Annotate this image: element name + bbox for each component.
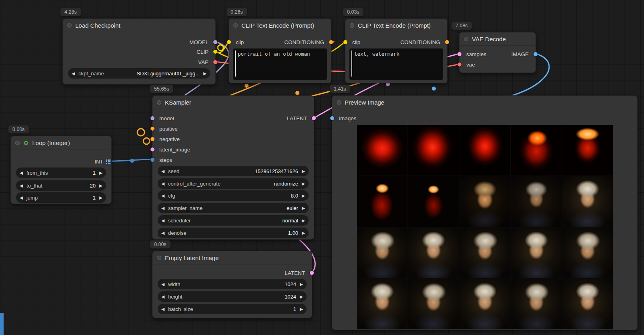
node-clip-text-encode-negative[interactable]: 0.03s CLIP Text Encode (Prompt) clip CON… (345, 18, 447, 83)
left-arrow-icon[interactable]: ◀ (20, 184, 23, 188)
output-slot-latent[interactable]: LATENT (287, 115, 314, 121)
widget-batch-size[interactable]: ◀ batch_size 1 ▶ (158, 304, 307, 314)
widget-denoise[interactable]: ◀ denoise 1.00 ▶ (158, 228, 309, 238)
left-arrow-icon[interactable]: ◀ (161, 194, 165, 198)
positive-input-dot[interactable] (150, 127, 154, 131)
node-empty-latent-image[interactable]: 0.00s Empty Latent Image LATENT ◀ width … (152, 251, 312, 318)
right-arrow-icon[interactable]: ▶ (99, 184, 102, 188)
image-output-dot[interactable] (534, 52, 538, 56)
prompt-textarea[interactable]: portrait of an old woman (233, 48, 327, 80)
collapse-dot-icon[interactable] (233, 23, 238, 28)
model-output-dot[interactable] (213, 40, 217, 44)
input-slot-steps[interactable]: steps (152, 157, 172, 163)
collapse-dot-icon[interactable] (350, 23, 354, 28)
widget-from-this[interactable]: ◀ from_this 1 ▶ (16, 168, 106, 178)
right-arrow-icon[interactable]: ▶ (300, 307, 303, 311)
clip-output-dot[interactable] (213, 50, 217, 54)
output-slot-clip[interactable]: CLIP (197, 48, 215, 55)
node-preview-image[interactable]: 1.41s Preview Image images (332, 95, 638, 330)
right-arrow-icon[interactable]: ▶ (302, 182, 305, 186)
input-slot-model[interactable]: model (152, 115, 174, 121)
node-header[interactable]: Empty Latent Image (152, 251, 312, 264)
negative-input-dot[interactable] (150, 137, 154, 141)
node-header[interactable]: ♻ Loop (Integer) (11, 136, 111, 149)
latent-output-dot[interactable] (310, 271, 314, 275)
collapse-dot-icon[interactable] (157, 100, 161, 105)
model-input-dot[interactable] (150, 116, 154, 120)
collapse-dot-icon[interactable] (67, 23, 72, 28)
vae-input-dot[interactable] (457, 63, 461, 67)
input-slot-latent-image[interactable]: latent_image (152, 146, 190, 153)
node-header[interactable]: KSampler (152, 96, 314, 109)
right-arrow-icon[interactable]: ▶ (203, 71, 207, 76)
widget-control-after-generate[interactable]: ◀ control_after_generate randomize ▶ (158, 178, 309, 189)
right-arrow-icon[interactable]: ▶ (302, 218, 305, 223)
node-header[interactable]: Load Checkpoint (63, 19, 215, 32)
output-slot-vae[interactable]: VAE (198, 59, 215, 65)
right-arrow-icon[interactable]: ▶ (300, 295, 303, 299)
conditioning-output-dot[interactable] (445, 40, 449, 44)
right-arrow-icon[interactable]: ▶ (99, 196, 102, 200)
output-slot-conditioning[interactable]: CONDITIONING (284, 39, 331, 45)
node-header[interactable]: Preview Image (332, 96, 637, 109)
samples-input-dot[interactable] (457, 52, 461, 56)
input-slot-vae[interactable]: vae (459, 61, 475, 68)
input-slot-positive[interactable]: positive (152, 125, 178, 132)
widget-scheduler[interactable]: ◀ scheduler normal ▶ (158, 215, 309, 226)
output-slot-image[interactable]: IMAGE (511, 51, 536, 57)
collapse-dot-icon[interactable] (464, 37, 468, 41)
right-arrow-icon[interactable]: ▶ (302, 231, 305, 235)
node-ksampler[interactable]: 55.65s KSampler model positive negative … (152, 95, 314, 240)
right-arrow-icon[interactable]: ▶ (302, 194, 305, 198)
right-arrow-icon[interactable]: ▶ (300, 282, 303, 287)
clip-input-dot[interactable] (227, 40, 231, 44)
input-slot-images[interactable]: images (332, 115, 357, 121)
widget-cfg[interactable]: ◀ cfg 8.0 ▶ (158, 190, 309, 201)
widget-width[interactable]: ◀ width 1024 ▶ (158, 279, 307, 289)
node-canvas[interactable]: { "icons": {"left_arrow":"◀","right_arro… (0, 0, 644, 335)
collapse-dot-icon[interactable] (15, 141, 20, 145)
input-slot-clip[interactable]: clip (229, 39, 244, 45)
widget-jump[interactable]: ◀ jump 1 ▶ (16, 192, 106, 203)
output-slot-latent[interactable]: LATENT (285, 270, 312, 276)
node-header[interactable]: CLIP Text Encode (Prompt) (345, 19, 447, 32)
left-arrow-icon[interactable]: ◀ (161, 231, 165, 235)
left-arrow-icon[interactable]: ◀ (161, 282, 165, 287)
input-slot-clip[interactable]: clip (345, 39, 360, 45)
left-arrow-icon[interactable]: ◀ (161, 206, 165, 210)
conditioning-output-dot[interactable] (329, 40, 333, 44)
widget-ckpt-name[interactable]: ◀ ckpt_name SDXL/juggernautXL_jugg... ▶ (68, 68, 210, 79)
latent-image-input-dot[interactable] (150, 147, 154, 151)
node-header[interactable]: VAE Decode (459, 32, 536, 46)
prompt-textarea[interactable]: text, watermark (349, 48, 443, 80)
clip-input-dot[interactable] (343, 40, 347, 44)
output-slot-model[interactable]: MODEL (189, 39, 215, 45)
steps-input-dot[interactable] (150, 158, 154, 162)
node-loop-integer[interactable]: 0.00s ♻ Loop (Integer) INT ◀ from_this 1… (10, 136, 112, 204)
node-load-checkpoint[interactable]: 4.28s Load Checkpoint MODEL CLIP VAE ◀ c… (62, 18, 216, 85)
latent-output-dot[interactable] (312, 116, 316, 120)
widget-height[interactable]: ◀ height 1024 ▶ (158, 291, 307, 302)
widget-to-that[interactable]: ◀ to_that 20 ▶ (16, 180, 106, 191)
left-arrow-icon[interactable]: ◀ (161, 295, 165, 299)
left-arrow-icon[interactable]: ◀ (161, 307, 165, 311)
right-arrow-icon[interactable]: ▶ (302, 206, 305, 210)
vae-output-dot[interactable] (213, 60, 217, 64)
left-arrow-icon[interactable]: ◀ (20, 196, 23, 200)
node-clip-text-encode-positive[interactable]: 0.26s CLIP Text Encode (Prompt) clip CON… (229, 18, 331, 83)
right-arrow-icon[interactable]: ▶ (99, 171, 102, 175)
input-slot-samples[interactable]: samples (459, 51, 486, 57)
images-input-dot[interactable] (330, 116, 334, 120)
output-slot-conditioning[interactable]: CONDITIONING (400, 39, 447, 45)
output-slot-int[interactable]: INT (94, 158, 111, 165)
widget-sampler-name[interactable]: ◀ sampler_name euler ▶ (158, 203, 309, 213)
left-arrow-icon[interactable]: ◀ (161, 218, 165, 223)
left-arrow-icon[interactable]: ◀ (72, 71, 75, 76)
node-header[interactable]: CLIP Text Encode (Prompt) (229, 19, 331, 32)
left-arrow-icon[interactable]: ◀ (161, 182, 165, 186)
input-slot-negative[interactable]: negative (152, 136, 180, 142)
widget-seed[interactable]: ◀ seed 152861253471626 ▶ (158, 166, 309, 176)
collapse-dot-icon[interactable] (337, 100, 341, 105)
left-arrow-icon[interactable]: ◀ (20, 171, 23, 175)
left-arrow-icon[interactable]: ◀ (161, 169, 165, 174)
